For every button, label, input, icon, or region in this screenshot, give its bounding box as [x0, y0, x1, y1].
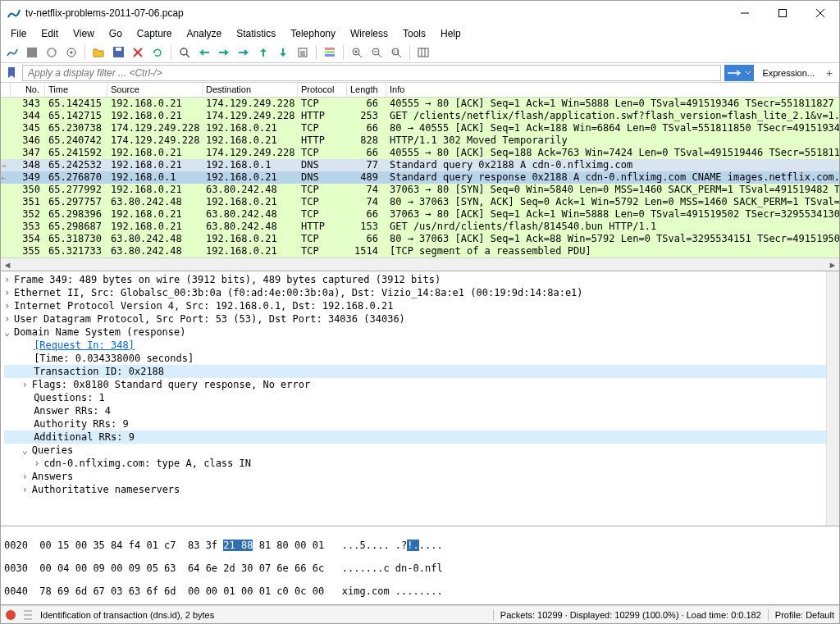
packet-row[interactable]: 35165.29775763.80.242.48192.168.0.21TCP7…: [1, 196, 839, 208]
col-no[interactable]: No.: [11, 83, 45, 97]
packet-details-pane[interactable]: ›Frame 349: 489 bytes on wire (3912 bits…: [1, 271, 839, 526]
packet-row[interactable]: 35265.298396192.168.0.2163.80.242.48TCP6…: [1, 208, 839, 221]
expression-button[interactable]: Expression...: [757, 66, 819, 80]
svg-text:1:1: 1:1: [393, 49, 399, 54]
packet-list-hscroll[interactable]: ◄►: [1, 257, 839, 271]
apply-filter-button[interactable]: [724, 65, 754, 81]
dns-time[interactable]: [Time: 0.034338000 seconds]: [34, 353, 194, 364]
udp-summary[interactable]: User Datagram Protocol, Src Port: 53 (53…: [14, 313, 405, 325]
add-filter-button[interactable]: +: [823, 65, 836, 81]
menu-go[interactable]: Go: [103, 26, 129, 41]
frame-summary[interactable]: Frame 349: 489 bytes on wire (3912 bits)…: [14, 274, 441, 285]
dns-queries[interactable]: Queries: [32, 444, 74, 456]
packet-row[interactable]: 34965.276870192.168.0.1192.168.0.21DNS48…: [1, 171, 839, 184]
close-file-icon[interactable]: [130, 44, 146, 61]
start-capture-icon[interactable]: [4, 44, 21, 61]
svg-line-13: [186, 54, 189, 57]
packet-row[interactable]: 35365.298687192.168.0.2163.80.242.48HTTP…: [1, 221, 839, 233]
status-profile[interactable]: Profile: Default: [775, 610, 834, 620]
resize-columns-icon[interactable]: [415, 44, 431, 61]
col-protocol[interactable]: Protocol: [298, 83, 347, 97]
packet-row[interactable]: 34365.142415192.168.0.21174.129.249.228T…: [1, 98, 839, 110]
status-bar: Identification of transaction (dns.id), …: [1, 605, 839, 623]
packet-list-header[interactable]: No. Time Source Destination Protocol Len…: [1, 83, 839, 98]
zoom-in-icon[interactable]: [349, 44, 365, 61]
menu-wireless[interactable]: Wireless: [344, 26, 395, 41]
packet-row[interactable]: 35565.32173363.80.242.48192.168.0.21TCP1…: [1, 245, 839, 257]
menu-telephony[interactable]: Telephony: [284, 26, 342, 41]
col-info[interactable]: Info: [386, 83, 839, 97]
restart-capture-icon[interactable]: [43, 44, 60, 61]
window-title: tv-netflix-problems-2011-07-06.pcap: [25, 7, 726, 19]
capture-options-icon[interactable]: [63, 44, 80, 61]
open-file-icon[interactable]: [90, 44, 107, 61]
dns-query-entry[interactable]: cdn-0.nflximg.com: type A, class IN: [43, 458, 251, 469]
dns-request-link[interactable]: [Request In: 348]: [34, 339, 135, 351]
stop-capture-icon[interactable]: [24, 44, 40, 61]
go-forward-icon[interactable]: [216, 44, 232, 61]
title-bar: tv-netflix-problems-2011-07-06.pcap: [1, 1, 839, 25]
packet-row[interactable]: 34465.142715192.168.0.21174.129.249.228H…: [1, 110, 839, 122]
packet-row[interactable]: 34665.240742174.129.249.228192.168.0.21H…: [1, 134, 839, 147]
col-length[interactable]: Length: [347, 83, 386, 97]
packet-row[interactable]: 34865.242532192.168.0.21192.168.0.1DNS77…: [1, 159, 839, 171]
find-icon[interactable]: [176, 44, 193, 61]
auto-scroll-icon[interactable]: [294, 44, 311, 61]
menu-analyze[interactable]: Analyze: [180, 26, 229, 41]
save-file-icon[interactable]: [110, 44, 126, 61]
reload-icon[interactable]: [149, 44, 166, 61]
menu-statistics[interactable]: Statistics: [230, 26, 282, 41]
capture-file-properties-icon[interactable]: [22, 609, 34, 621]
svg-point-12: [180, 48, 187, 55]
col-destination[interactable]: Destination: [203, 83, 298, 97]
maximize-button[interactable]: [764, 1, 801, 25]
ip-summary[interactable]: Internet Protocol Version 4, Src: 192.16…: [14, 300, 393, 312]
menu-file[interactable]: File: [4, 26, 33, 41]
go-first-icon[interactable]: [255, 44, 272, 61]
display-filter-input[interactable]: [22, 65, 721, 81]
filter-bookmark-icon[interactable]: [4, 66, 19, 80]
dns-flags[interactable]: Flags: 0x8180 Standard query response, N…: [32, 379, 311, 390]
go-last-icon[interactable]: [275, 44, 291, 61]
dns-transaction-id[interactable]: Transaction ID: 0x2188: [34, 366, 164, 377]
go-to-packet-icon[interactable]: [235, 44, 252, 61]
dns-additional-rrs[interactable]: Additional RRs: 9: [34, 431, 135, 443]
expert-info-icon[interactable]: [6, 610, 16, 620]
packet-row[interactable]: 35465.31873063.80.242.48192.168.0.21TCP6…: [1, 233, 839, 245]
svg-line-19: [358, 54, 362, 57]
packet-list-body[interactable]: 34365.142415192.168.0.21174.129.249.228T…: [1, 98, 839, 257]
menu-view[interactable]: View: [66, 26, 101, 41]
zoom-reset-icon[interactable]: 1:1: [388, 44, 404, 61]
go-back-icon[interactable]: [196, 44, 212, 61]
wireshark-logo-icon: [7, 7, 21, 20]
svg-rect-17: [325, 54, 335, 57]
zoom-out-icon[interactable]: [368, 44, 385, 61]
menu-bar: File Edit View Go Capture Analyze Statis…: [1, 25, 839, 42]
menu-help[interactable]: Help: [434, 26, 468, 41]
svg-line-23: [378, 54, 381, 57]
col-source[interactable]: Source: [107, 83, 203, 97]
packet-bytes-pane[interactable]: 0020 00 15 00 35 84 f4 01 c7 83 3f 21 88…: [1, 526, 839, 605]
close-button[interactable]: [801, 1, 839, 25]
packet-row[interactable]: 34565.230738174.129.249.228192.168.0.21T…: [1, 122, 839, 134]
svg-rect-15: [325, 48, 335, 50]
packet-row[interactable]: 34765.241592192.168.0.21174.129.249.228T…: [1, 147, 839, 159]
menu-tools[interactable]: Tools: [396, 26, 432, 41]
dns-authority-rrs[interactable]: Authority RRs: 9: [34, 418, 129, 430]
dns-questions[interactable]: Questions: 1: [34, 392, 105, 403]
menu-capture[interactable]: Capture: [130, 26, 179, 41]
ethernet-summary[interactable]: Ethernet II, Src: Globalsc_00:3b:0a (f0:…: [14, 287, 583, 298]
menu-edit[interactable]: Edit: [34, 26, 65, 41]
main-toolbar: 1:1: [1, 42, 839, 63]
dns-summary[interactable]: Domain Name System (response): [14, 326, 186, 338]
svg-point-7: [71, 51, 73, 53]
minimize-button[interactable]: [726, 1, 764, 25]
dns-answers[interactable]: Answers: [32, 471, 74, 482]
svg-rect-4: [27, 48, 37, 57]
details-vscroll[interactable]: [826, 271, 839, 526]
col-time[interactable]: Time: [45, 83, 107, 97]
colorize-icon[interactable]: [322, 44, 338, 61]
packet-row[interactable]: 35065.277992192.168.0.2163.80.242.48TCP7…: [1, 184, 839, 196]
dns-authoritative[interactable]: Authoritative nameservers: [32, 484, 180, 495]
dns-answer-rrs[interactable]: Answer RRs: 4: [34, 405, 111, 417]
